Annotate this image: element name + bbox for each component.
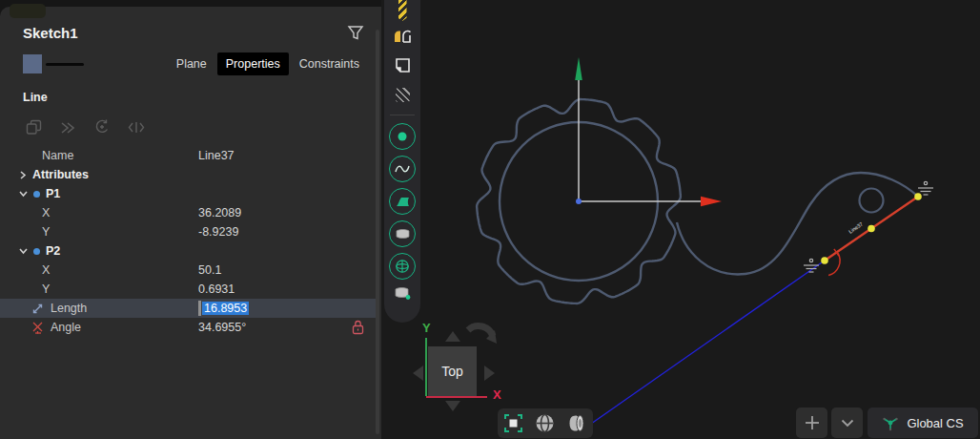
prop-row-name[interactable]: Name Line37 <box>0 146 376 165</box>
face-tool-icon[interactable] <box>389 188 416 215</box>
prop-label-length: Length <box>51 302 87 315</box>
orbit-right-arrow[interactable] <box>484 366 495 381</box>
lock-icon[interactable] <box>352 320 364 338</box>
point-badge <box>33 248 40 255</box>
orbit-left-arrow[interactable] <box>413 366 423 381</box>
prop-row-p2[interactable]: P2 <box>0 241 376 261</box>
midpoint-dot[interactable] <box>868 225 875 233</box>
gizmo-y-label: Y <box>422 321 431 335</box>
sheet-tool-icon[interactable] <box>389 220 416 247</box>
filter-icon[interactable] <box>346 23 365 42</box>
endpoint-dot[interactable] <box>821 257 828 264</box>
point-tool-icon[interactable] <box>389 123 416 150</box>
prop-label-p1-x: X <box>0 206 50 220</box>
coordinate-system-button[interactable]: Global CS <box>868 408 978 438</box>
rotate-reset-icon[interactable] <box>93 119 111 136</box>
tab-properties[interactable]: Properties <box>217 52 289 75</box>
prop-row-angle[interactable]: Angle 34.6955° <box>0 318 376 337</box>
display-toolbar <box>498 408 593 438</box>
prop-row-p2-y[interactable]: Y 0.6931 <box>0 280 376 299</box>
prop-label-p2-x: X <box>0 263 50 277</box>
prop-value-p2-x[interactable]: 50.1 <box>198 263 221 277</box>
panel-scrollbar[interactable] <box>376 30 379 434</box>
prop-value-p2-y[interactable]: 0.6931 <box>198 282 235 296</box>
skip-forward-icon[interactable] <box>59 120 76 136</box>
prop-row-p2-x[interactable]: X 50.1 <box>0 261 376 280</box>
tab-plane[interactable]: Plane <box>168 52 215 75</box>
view-cube-face[interactable]: Top <box>428 346 477 396</box>
plus-icon <box>805 415 820 430</box>
page-title: Sketch1 <box>23 25 78 41</box>
line-style-preview[interactable] <box>46 63 84 66</box>
cam-curve[interactable] <box>677 173 918 274</box>
code-icon[interactable] <box>128 120 145 135</box>
endpoint-dot[interactable] <box>914 193 922 200</box>
ground-symbol <box>918 181 933 195</box>
chevron-down-icon[interactable] <box>19 247 28 255</box>
surface-pair-icon[interactable] <box>393 27 412 44</box>
prop-label-p1-y: Y <box>0 225 50 239</box>
cam-hole-circle[interactable] <box>860 189 884 213</box>
prop-row-p1-y[interactable]: Y -8.9239 <box>0 222 376 241</box>
sphere-grid-tool-icon[interactable] <box>389 253 416 280</box>
sketch-pen-icon[interactable] <box>398 0 407 21</box>
view-gizmo: Y Top X <box>413 321 513 420</box>
prop-label-p1: P1 <box>46 187 60 200</box>
chevron-down-icon[interactable] <box>19 190 28 198</box>
add-coordinate-system-button[interactable] <box>796 408 827 438</box>
chevron-right-icon[interactable] <box>19 171 27 179</box>
prop-row-p1[interactable]: P1 <box>0 184 376 203</box>
orbit-up-arrow[interactable] <box>445 331 460 342</box>
prop-value-p1-x[interactable]: 36.2089 <box>198 206 241 220</box>
copy-icon[interactable] <box>26 119 42 136</box>
prop-row-attributes[interactable]: Attributes <box>0 165 376 184</box>
cs-list-expand-button[interactable] <box>831 408 863 438</box>
property-list: Name Line37 Attributes P1 X 36.2089 Y -8… <box>0 146 376 337</box>
camera-lens-icon[interactable] <box>566 413 587 433</box>
coordinate-system-label: Global CS <box>907 416 963 430</box>
prop-label-p2: P2 <box>46 244 60 258</box>
point-badge <box>33 191 40 198</box>
hatch-icon[interactable] <box>396 88 410 102</box>
tab-constraints[interactable]: Constraints <box>291 52 368 75</box>
panel-grip[interactable] <box>10 4 46 18</box>
orbit-down-arrow[interactable] <box>445 401 460 411</box>
sketch-toolstrip <box>384 0 420 323</box>
prop-value-name[interactable]: Line37 <box>198 149 235 162</box>
prop-row-length[interactable]: Length 16.8953 <box>0 299 376 318</box>
properties-panel: Sketch1 Plane Properties Constraints Lin… <box>0 7 381 439</box>
prop-value-angle[interactable]: 34.6955° <box>198 321 246 334</box>
prop-value-length[interactable]: 16.8953 <box>202 302 249 315</box>
gizmo-x-axis <box>426 396 487 398</box>
construction-line[interactable] <box>572 261 825 437</box>
chevron-down-icon <box>841 419 854 428</box>
toolstrip-divider <box>390 115 415 115</box>
length-input[interactable]: 16.8953 <box>198 301 249 316</box>
entity-type-label: Line <box>23 91 48 104</box>
tab-bar: Plane Properties Constraints <box>168 52 368 75</box>
shaded-view-icon[interactable] <box>535 413 555 433</box>
entity-toolbar <box>26 119 145 136</box>
spline-tool-icon[interactable] <box>389 156 416 182</box>
prop-row-p1-x[interactable]: X 36.2089 <box>0 203 376 222</box>
note-icon[interactable] <box>394 56 412 74</box>
line-color-swatch[interactable] <box>23 54 42 73</box>
prop-label-angle: Angle <box>51 321 81 334</box>
angle-icon <box>31 321 44 334</box>
origin-point[interactable] <box>576 199 582 204</box>
y-axis-arrow-icon <box>575 57 582 80</box>
gizmo-y-axis <box>425 338 427 396</box>
length-icon <box>31 303 44 315</box>
gizmo-x-label: X <box>493 387 501 402</box>
x-axis-arrow-icon <box>701 197 722 206</box>
sheet-point-tool-icon[interactable] <box>393 285 412 302</box>
prop-label-name: Name <box>0 149 73 162</box>
prop-label-attributes: Attributes <box>32 168 89 181</box>
prop-label-p2-y: Y <box>0 282 50 296</box>
fit-view-icon[interactable] <box>503 413 523 433</box>
prop-value-p1-y[interactable]: -8.9239 <box>198 225 238 239</box>
selected-line-tag: Line37 <box>847 221 864 235</box>
text-cursor <box>198 301 201 316</box>
cs-triad-icon <box>882 414 899 431</box>
